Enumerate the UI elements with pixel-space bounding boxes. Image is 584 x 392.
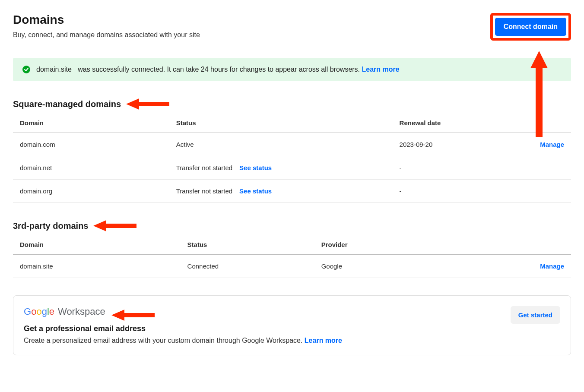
col-renewal: Renewal date: [393, 113, 515, 133]
check-circle-icon: [22, 66, 30, 73]
annotation-arrow-left-icon: [111, 310, 155, 321]
cell-status: Connected: [181, 255, 314, 278]
col-domain: Domain: [13, 235, 181, 255]
page-header: Domains Buy, connect, and manage domains…: [13, 13, 571, 41]
page-title: Domains: [13, 13, 200, 27]
col-status: Status: [169, 113, 393, 133]
workspace-body: Create a personalized email address with…: [24, 337, 511, 345]
table-row: domain.orgTransfer not startedSee status…: [13, 180, 571, 203]
svg-marker-0: [530, 51, 548, 137]
col-provider: Provider: [314, 235, 515, 255]
success-banner: domain.site was successfully connected. …: [13, 58, 571, 81]
workspace-learn-more-link[interactable]: Learn more: [305, 337, 342, 344]
square-managed-heading: Square-managed domains: [13, 98, 571, 110]
banner-learn-more-link[interactable]: Learn more: [362, 66, 400, 73]
header-text: Domains Buy, connect, and manage domains…: [13, 13, 200, 39]
page-subtitle: Buy, connect, and manage domains associa…: [13, 31, 200, 39]
table-row: domain.comActive2023-09-20Manage: [13, 133, 571, 156]
third-party-domains-table: Domain Status Provider domain.siteConnec…: [13, 235, 571, 278]
square-managed-title: Square-managed domains: [13, 99, 121, 109]
manage-link[interactable]: Manage: [540, 141, 564, 148]
cell-renewal: -: [393, 180, 515, 203]
col-status: Status: [181, 235, 314, 255]
cell-provider: Google: [314, 255, 515, 278]
third-party-title: 3rd-party domains: [13, 221, 88, 231]
svg-marker-2: [93, 220, 136, 231]
connect-domain-button[interactable]: Connect domain: [495, 17, 567, 36]
cell-domain: domain.net: [13, 156, 169, 180]
cell-domain: domain.site: [13, 255, 181, 278]
annotation-arrow-left-icon: [126, 98, 169, 110]
manage-link[interactable]: Manage: [540, 262, 564, 270]
cell-status: Active: [169, 133, 393, 156]
third-party-heading: 3rd-party domains: [13, 220, 571, 231]
svg-marker-1: [126, 98, 169, 110]
annotation-highlight-box: Connect domain: [490, 13, 571, 41]
square-domains-table: Domain Status Renewal date domain.comAct…: [13, 113, 571, 203]
cell-status: Transfer not startedSee status: [169, 156, 393, 180]
svg-marker-3: [111, 310, 155, 321]
banner-text: domain.site was successfully connected. …: [36, 66, 400, 73]
see-status-link[interactable]: See status: [239, 164, 272, 171]
cell-status: Transfer not startedSee status: [169, 180, 393, 203]
table-row: domain.siteConnectedGoogleManage: [13, 255, 571, 278]
google-workspace-card: Google Workspace Get a professional emai…: [13, 295, 571, 355]
google-workspace-logo: Google Workspace: [24, 306, 105, 317]
banner-domain: domain.site: [36, 66, 72, 73]
cell-renewal: -: [393, 156, 515, 180]
see-status-link[interactable]: See status: [239, 187, 272, 195]
cell-domain: domain.org: [13, 180, 169, 203]
cell-renewal: 2023-09-20: [393, 133, 515, 156]
workspace-heading: Get a professional email address: [24, 324, 511, 333]
workspace-body-text: Create a personalized email address with…: [24, 337, 302, 344]
cell-domain: domain.com: [13, 133, 169, 156]
annotation-arrow-left-icon: [93, 220, 136, 231]
get-started-button[interactable]: Get started: [511, 306, 560, 324]
table-row: domain.netTransfer not startedSee status…: [13, 156, 571, 180]
banner-message: was successfully connected. It can take …: [78, 66, 360, 73]
col-domain: Domain: [13, 113, 169, 133]
